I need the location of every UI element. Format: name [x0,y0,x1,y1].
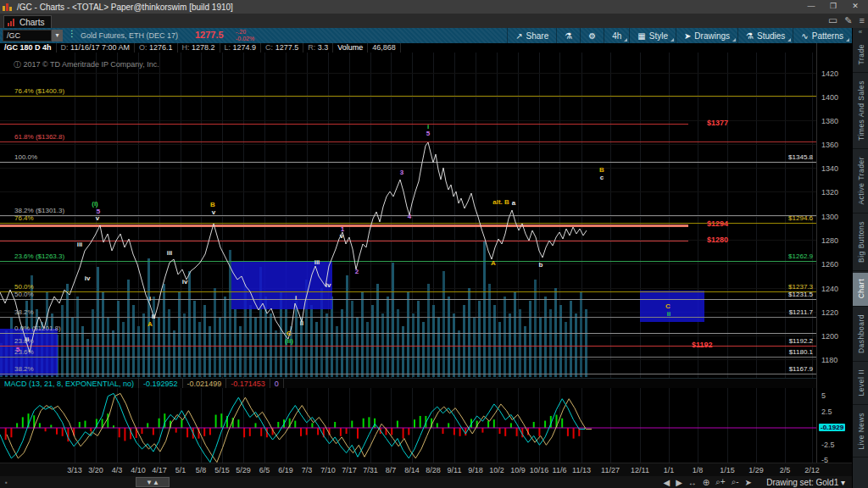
wave-annotation[interactable]: 2 [355,268,359,275]
wave-annotation[interactable]: A [491,259,496,267]
chart-symbol-period: /GC 180 D 4h [4,43,52,52]
wave-annotation[interactable]: A [147,320,153,328]
wave-annotation[interactable]: (i) [92,200,98,208]
wave-annotation[interactable]: alt. B [492,198,509,206]
macd-avg-value: -0.021499 [183,379,227,389]
symbol-dropdown-caret[interactable]: ▾ [52,30,63,42]
sidebar-tab-live-news[interactable]: Live News [853,407,868,458]
date-label: 8/14 [404,466,420,474]
status-tool-icon[interactable]: ↔ [688,478,697,487]
pencil-icon[interactable]: ✎ [844,15,852,26]
price-axis-tick: 1240 [821,285,838,293]
status-tool-icon[interactable]: ⊕ [703,478,709,487]
sidebar-collapse-icon[interactable]: « [853,28,868,38]
sidebar-tab-chart[interactable]: Chart [853,273,868,307]
close-button[interactable]: ✕ [844,0,866,13]
price-axis[interactable]: 1420140013801360134013201300128012601240… [816,43,852,476]
wave-annotation[interactable]: ii [25,336,29,343]
macd-diff-value: -0.171453 [226,379,270,389]
menu-list-icon[interactable]: ≡ [860,15,865,25]
wave-annotation[interactable]: v [340,232,343,240]
sidebar-tab-active-trader[interactable]: Active Trader [853,151,868,214]
layout-rect-icon[interactable]: ▭ [828,14,837,26]
fib-level-label: 38.2% ($1301.3) [14,207,64,214]
minimize-button[interactable]: — [800,0,822,13]
chart-toolbar: /GC ▾ ⋮ Gold Futures, ETH (DEC 17) 1277.… [0,28,868,43]
wave-annotation[interactable]: iii [167,249,173,257]
status-tool-icon[interactable]: ▶ [676,478,682,487]
jump-to-button[interactable]: ▼▲ [136,477,170,487]
style-button[interactable]: ▦Style [629,28,676,43]
date-label: 8/28 [426,466,441,474]
price-line-label: $1192 [692,341,713,349]
wave-annotation[interactable]: 4 [408,213,411,220]
macd-study-label[interactable]: MACD (13, 21, 8, EXPONENTIAL, no) [0,379,139,389]
wave-annotation[interactable]: iii [77,241,83,248]
window-title: /GC - Charts - <TOTAL> Paper@thinkorswim… [17,3,233,12]
status-tool-icon[interactable]: ➤ [745,478,752,487]
status-tool-icon[interactable]: ◀ [663,478,670,487]
macd-histogram-bar [346,428,348,434]
macd-histogram-bar [294,421,296,428]
wave-annotation[interactable]: 5 [16,346,19,353]
macd-histogram-bar [220,413,222,428]
macd-histogram-bar [186,428,188,437]
macd-histogram-bar [408,428,409,435]
wave-annotation[interactable]: c [600,174,604,181]
price-chart-pane[interactable]: ⓘ 2017 © TD Ameritrade IP Company, Inc. … [0,53,816,378]
status-tool-icon[interactable]: ⌕+ [715,477,725,487]
macd-histogram-bar [85,421,86,428]
macd-histogram-bar [119,428,120,437]
wave-annotation[interactable]: ii [667,310,670,318]
wave-annotation[interactable]: C [665,302,670,310]
date-label: 1/1 [664,466,675,474]
wave-annotation[interactable]: i [295,294,297,302]
wave-annotation[interactable]: iv [85,274,91,282]
level-price-label: $1231.5 [788,291,813,298]
wave-annotation[interactable]: i [149,295,151,302]
wave-annotation[interactable]: (ii) [285,337,293,345]
wave-annotation[interactable]: iv [182,278,188,286]
patterns-button[interactable]: ∿Patterns [793,28,851,43]
sidebar-tab-dashboard[interactable]: Dashboard [853,308,868,362]
drawing-set-selector[interactable]: Drawing set: Gold1 ▾ [766,478,845,487]
time-axis[interactable]: 3/133/204/34/104/175/15/85/155/296/56/19… [0,463,852,476]
status-tool-icon[interactable]: ⌕- [732,477,739,487]
wave-annotation[interactable]: v [96,214,99,222]
wave-annotation[interactable]: iv [326,281,331,289]
studies-button[interactable]: ⚗Studies [737,28,793,43]
drawings-button[interactable]: ➤Drawings [676,28,737,43]
date-label: 6/19 [278,466,293,474]
maximize-button[interactable]: ❐ [822,0,844,13]
wave-annotation[interactable]: B [599,166,604,174]
settings-button[interactable]: ⚙ [580,28,604,43]
share-button[interactable]: ↗Share [507,28,556,43]
macd-histogram-bar [306,428,308,435]
flask-button[interactable]: ⚗ [556,28,580,43]
timeframe-button[interactable]: 4h [604,28,629,43]
sidebar-tab-big-buttons[interactable]: Big Buttons [853,215,868,271]
wave-annotation[interactable]: 3 [400,169,403,176]
instrument-link-icon[interactable]: ⋮ [68,29,76,38]
wave-annotation[interactable]: C [287,330,292,337]
symbol-input[interactable]: /GC [3,30,52,42]
sidebar-tab-times-and-sales[interactable]: Times And Sales [853,75,868,149]
wave-annotation[interactable]: b [539,261,543,269]
wave-annotation[interactable]: a [512,199,515,207]
date-label: 5/29 [236,466,251,474]
macd-histogram-bar [493,419,495,428]
wave-annotation[interactable]: B [210,201,215,208]
macd-value: -0.192952 [139,379,183,389]
ohlc-field: L: 1274.9 [220,43,262,53]
wave-annotation[interactable]: v [212,208,215,216]
wave-annotation[interactable]: ii [300,319,303,327]
tab-charts[interactable]: Charts [3,15,52,28]
macd-pane[interactable] [0,388,816,463]
wave-annotation[interactable]: iii [314,258,320,266]
price-axis-tick: 1380 [821,117,838,125]
instrument-description: Gold Futures, ETH (DEC 17) [81,31,178,40]
sidebar-tab-level-ii[interactable]: Level II [853,363,868,404]
wave-annotation[interactable]: 5 [426,130,430,137]
wave-annotation[interactable]: ii [152,313,155,320]
sidebar-tab-trade[interactable]: Trade [853,38,868,73]
